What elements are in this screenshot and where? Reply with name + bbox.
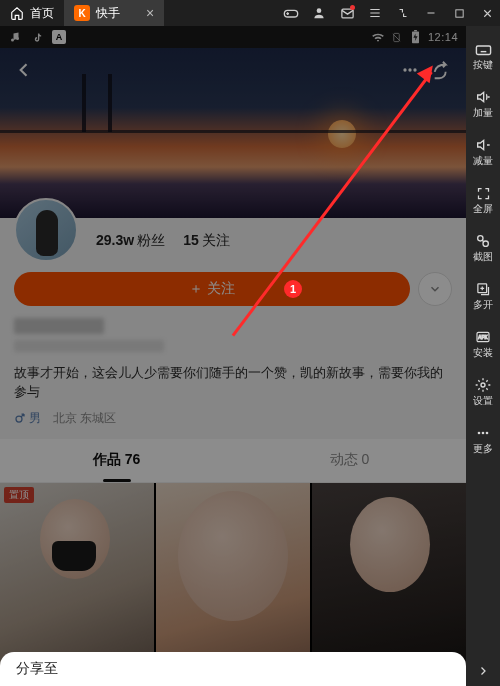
svg-point-14	[478, 236, 483, 241]
sb-volume-down[interactable]: 减量	[466, 128, 500, 174]
sb-more[interactable]: 更多	[466, 416, 500, 462]
bio: 故事才开始，这会儿人少需要你们随手的一个赞，凯的新故事，需要你我的参与	[14, 364, 452, 402]
svg-point-5	[16, 37, 19, 40]
more-icon[interactable]	[394, 54, 426, 86]
tab-app-label: 快手	[96, 5, 120, 22]
sb-screenshot[interactable]: 截图	[466, 224, 500, 270]
app-icon: K	[74, 5, 90, 21]
svg-point-19	[481, 383, 485, 387]
window-title-bar: 首页 K 快手 ×	[0, 0, 500, 26]
stats: 29.3w粉丝 15关注	[96, 228, 452, 250]
expand-button[interactable]	[418, 272, 452, 306]
location: 北京 东城区	[53, 410, 116, 427]
svg-rect-13	[476, 46, 490, 55]
tab-home-label: 首页	[30, 5, 54, 22]
phone-status-bar: A 12:14	[0, 26, 466, 48]
svg-point-4	[11, 39, 14, 42]
emulator-sidebar: 按键 加量 减量 全屏 截图 多开 APK安装 设置 更多	[466, 26, 500, 686]
gender: 男	[14, 410, 41, 427]
gamepad-icon[interactable]	[278, 0, 304, 26]
title-right	[278, 0, 500, 26]
name-area	[14, 318, 452, 352]
clock: 12:14	[428, 31, 458, 43]
tab-moments[interactable]: 动态 0	[233, 439, 466, 482]
music-icon	[8, 30, 22, 44]
workspace: A 12:14 29.3w粉丝 15关注 ＋ 关注	[0, 26, 466, 686]
sb-volume-up[interactable]: 加量	[466, 80, 500, 126]
minimize-icon[interactable]	[418, 0, 444, 26]
sb-multi[interactable]: 多开	[466, 272, 500, 318]
home-icon	[10, 6, 24, 20]
shrink-icon[interactable]	[390, 0, 416, 26]
fans-stat[interactable]: 29.3w粉丝	[96, 232, 165, 250]
svg-point-9	[403, 68, 406, 71]
sb-collapse[interactable]	[466, 656, 500, 686]
pin-badge: 置顶	[4, 487, 34, 503]
svg-rect-3	[455, 9, 462, 16]
svg-point-20	[478, 432, 481, 435]
svg-point-1	[317, 8, 322, 13]
battery-icon	[409, 30, 423, 44]
username-redacted	[14, 318, 104, 334]
mail-icon[interactable]	[334, 0, 360, 26]
follow-button[interactable]: ＋ 关注	[14, 272, 410, 306]
profile-tabs: 作品 76 动态 0	[0, 439, 466, 483]
tab-app[interactable]: K 快手 ×	[64, 0, 164, 26]
tab-home[interactable]: 首页	[0, 0, 64, 26]
share-icon[interactable]	[426, 54, 458, 86]
meta: 男 北京 东城区	[14, 410, 452, 427]
profile-section: 29.3w粉丝 15关注 ＋ 关注 故事才开始，这会儿人少需要你们随手的一个赞，…	[0, 218, 466, 439]
svg-point-21	[482, 432, 485, 435]
close-window-icon[interactable]	[474, 0, 500, 26]
svg-rect-8	[415, 30, 418, 31]
sb-settings[interactable]: 设置	[466, 368, 500, 414]
tab-works[interactable]: 作品 76	[0, 439, 233, 482]
annotation-marker: 1	[284, 280, 302, 298]
tiktok-icon	[30, 30, 44, 44]
share-sheet[interactable]: 分享至	[0, 652, 466, 686]
badge-a-icon: A	[52, 30, 66, 44]
userid-redacted	[14, 340, 164, 352]
svg-text:APK: APK	[478, 335, 488, 340]
avatar[interactable]	[14, 198, 78, 262]
follow-stat[interactable]: 15关注	[183, 232, 230, 250]
svg-point-11	[413, 68, 416, 71]
sb-fullscreen[interactable]: 全屏	[466, 176, 500, 222]
svg-point-10	[408, 68, 411, 71]
sb-keyboard[interactable]: 按键	[466, 32, 500, 78]
no-sim-icon	[390, 30, 404, 44]
profile-cover	[0, 48, 466, 218]
menu-icon[interactable]	[362, 0, 388, 26]
back-icon[interactable]	[8, 54, 40, 86]
svg-point-22	[486, 432, 489, 435]
wifi-icon	[371, 30, 385, 44]
svg-point-15	[483, 241, 488, 246]
sb-install[interactable]: APK安装	[466, 320, 500, 366]
user-icon[interactable]	[306, 0, 332, 26]
close-tab-icon[interactable]: ×	[146, 5, 154, 21]
share-sheet-title: 分享至	[16, 660, 58, 678]
maximize-icon[interactable]	[446, 0, 472, 26]
